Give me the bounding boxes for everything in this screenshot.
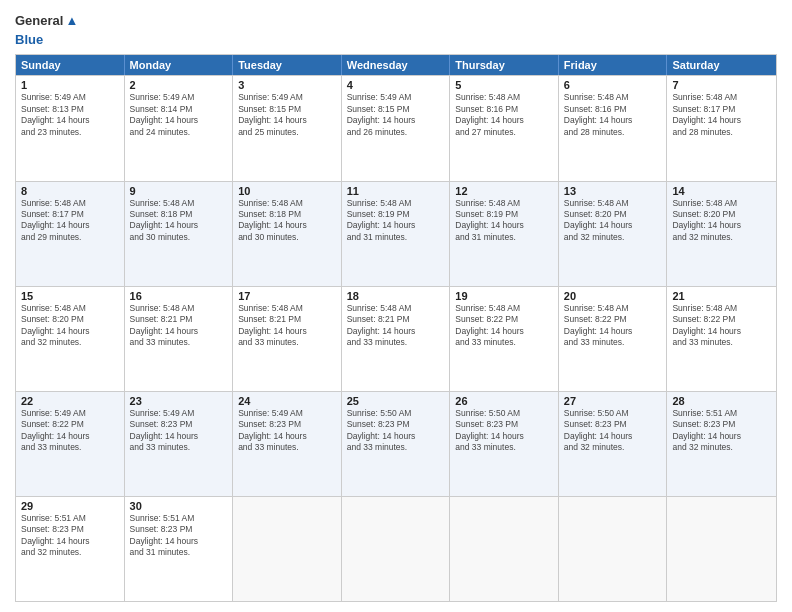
day-number: 10 [238,185,336,197]
calendar-cell-2-5: 20Sunrise: 5:48 AM Sunset: 8:22 PM Dayli… [559,287,668,391]
day-number: 8 [21,185,119,197]
calendar-row-2: 15Sunrise: 5:48 AM Sunset: 8:20 PM Dayli… [16,286,776,391]
day-number: 29 [21,500,119,512]
day-number: 6 [564,79,662,91]
day-number: 4 [347,79,445,91]
day-number: 5 [455,79,553,91]
calendar-cell-0-3: 4Sunrise: 5:49 AM Sunset: 8:15 PM Daylig… [342,76,451,180]
page: General▲ Blue SundayMondayTuesdayWednesd… [0,0,792,612]
logo-icon-triangle: ▲ [65,13,78,29]
day-info: Sunrise: 5:48 AM Sunset: 8:17 PM Dayligh… [21,198,119,244]
calendar-cell-0-6: 7Sunrise: 5:48 AM Sunset: 8:17 PM Daylig… [667,76,776,180]
day-number: 23 [130,395,228,407]
day-info: Sunrise: 5:48 AM Sunset: 8:18 PM Dayligh… [238,198,336,244]
calendar-cell-0-0: 1Sunrise: 5:49 AM Sunset: 8:13 PM Daylig… [16,76,125,180]
day-info: Sunrise: 5:50 AM Sunset: 8:23 PM Dayligh… [455,408,553,454]
logo-general: General [15,13,63,28]
day-info: Sunrise: 5:49 AM Sunset: 8:13 PM Dayligh… [21,92,119,138]
calendar-cell-0-1: 2Sunrise: 5:49 AM Sunset: 8:14 PM Daylig… [125,76,234,180]
calendar-cell-1-4: 12Sunrise: 5:48 AM Sunset: 8:19 PM Dayli… [450,182,559,286]
calendar-cell-3-6: 28Sunrise: 5:51 AM Sunset: 8:23 PM Dayli… [667,392,776,496]
day-info: Sunrise: 5:48 AM Sunset: 8:22 PM Dayligh… [672,303,771,349]
weekday-header-thursday: Thursday [450,55,559,75]
day-info: Sunrise: 5:48 AM Sunset: 8:20 PM Dayligh… [672,198,771,244]
calendar-cell-0-5: 6Sunrise: 5:48 AM Sunset: 8:16 PM Daylig… [559,76,668,180]
day-info: Sunrise: 5:49 AM Sunset: 8:15 PM Dayligh… [238,92,336,138]
weekday-header-tuesday: Tuesday [233,55,342,75]
day-number: 15 [21,290,119,302]
day-info: Sunrise: 5:49 AM Sunset: 8:15 PM Dayligh… [347,92,445,138]
calendar-cell-3-0: 22Sunrise: 5:49 AM Sunset: 8:22 PM Dayli… [16,392,125,496]
day-info: Sunrise: 5:48 AM Sunset: 8:18 PM Dayligh… [130,198,228,244]
logo: General▲ Blue [15,10,78,48]
calendar-cell-3-1: 23Sunrise: 5:49 AM Sunset: 8:23 PM Dayli… [125,392,234,496]
calendar-cell-4-1: 30Sunrise: 5:51 AM Sunset: 8:23 PM Dayli… [125,497,234,601]
day-number: 21 [672,290,771,302]
calendar-cell-3-2: 24Sunrise: 5:49 AM Sunset: 8:23 PM Dayli… [233,392,342,496]
calendar-cell-1-5: 13Sunrise: 5:48 AM Sunset: 8:20 PM Dayli… [559,182,668,286]
day-number: 25 [347,395,445,407]
calendar-header: SundayMondayTuesdayWednesdayThursdayFrid… [16,55,776,75]
weekday-header-friday: Friday [559,55,668,75]
calendar-cell-4-0: 29Sunrise: 5:51 AM Sunset: 8:23 PM Dayli… [16,497,125,601]
calendar-row-4: 29Sunrise: 5:51 AM Sunset: 8:23 PM Dayli… [16,496,776,601]
day-info: Sunrise: 5:48 AM Sunset: 8:21 PM Dayligh… [238,303,336,349]
day-info: Sunrise: 5:49 AM Sunset: 8:23 PM Dayligh… [238,408,336,454]
day-number: 11 [347,185,445,197]
day-number: 18 [347,290,445,302]
day-info: Sunrise: 5:48 AM Sunset: 8:20 PM Dayligh… [564,198,662,244]
day-info: Sunrise: 5:49 AM Sunset: 8:23 PM Dayligh… [130,408,228,454]
calendar-cell-4-3 [342,497,451,601]
day-number: 12 [455,185,553,197]
day-number: 30 [130,500,228,512]
day-info: Sunrise: 5:48 AM Sunset: 8:21 PM Dayligh… [130,303,228,349]
calendar-cell-2-6: 21Sunrise: 5:48 AM Sunset: 8:22 PM Dayli… [667,287,776,391]
day-info: Sunrise: 5:48 AM Sunset: 8:16 PM Dayligh… [564,92,662,138]
day-number: 26 [455,395,553,407]
day-number: 19 [455,290,553,302]
day-info: Sunrise: 5:51 AM Sunset: 8:23 PM Dayligh… [130,513,228,559]
day-info: Sunrise: 5:51 AM Sunset: 8:23 PM Dayligh… [672,408,771,454]
day-info: Sunrise: 5:51 AM Sunset: 8:23 PM Dayligh… [21,513,119,559]
calendar-cell-4-4 [450,497,559,601]
day-info: Sunrise: 5:48 AM Sunset: 8:19 PM Dayligh… [455,198,553,244]
day-number: 2 [130,79,228,91]
weekday-header-sunday: Sunday [16,55,125,75]
day-info: Sunrise: 5:48 AM Sunset: 8:20 PM Dayligh… [21,303,119,349]
day-number: 1 [21,79,119,91]
calendar-cell-0-4: 5Sunrise: 5:48 AM Sunset: 8:16 PM Daylig… [450,76,559,180]
day-info: Sunrise: 5:50 AM Sunset: 8:23 PM Dayligh… [347,408,445,454]
calendar-cell-2-0: 15Sunrise: 5:48 AM Sunset: 8:20 PM Dayli… [16,287,125,391]
day-number: 16 [130,290,228,302]
calendar-cell-1-2: 10Sunrise: 5:48 AM Sunset: 8:18 PM Dayli… [233,182,342,286]
calendar-body: 1Sunrise: 5:49 AM Sunset: 8:13 PM Daylig… [16,75,776,601]
day-number: 28 [672,395,771,407]
calendar-cell-4-6 [667,497,776,601]
day-number: 24 [238,395,336,407]
calendar-row-3: 22Sunrise: 5:49 AM Sunset: 8:22 PM Dayli… [16,391,776,496]
weekday-header-saturday: Saturday [667,55,776,75]
logo-blue: Blue [15,32,43,47]
calendar-row-1: 8Sunrise: 5:48 AM Sunset: 8:17 PM Daylig… [16,181,776,286]
day-number: 22 [21,395,119,407]
calendar-row-0: 1Sunrise: 5:49 AM Sunset: 8:13 PM Daylig… [16,75,776,180]
calendar-cell-1-6: 14Sunrise: 5:48 AM Sunset: 8:20 PM Dayli… [667,182,776,286]
calendar-cell-1-0: 8Sunrise: 5:48 AM Sunset: 8:17 PM Daylig… [16,182,125,286]
calendar-cell-3-4: 26Sunrise: 5:50 AM Sunset: 8:23 PM Dayli… [450,392,559,496]
day-info: Sunrise: 5:50 AM Sunset: 8:23 PM Dayligh… [564,408,662,454]
calendar-cell-2-3: 18Sunrise: 5:48 AM Sunset: 8:21 PM Dayli… [342,287,451,391]
day-info: Sunrise: 5:48 AM Sunset: 8:22 PM Dayligh… [564,303,662,349]
day-info: Sunrise: 5:48 AM Sunset: 8:16 PM Dayligh… [455,92,553,138]
day-number: 3 [238,79,336,91]
day-info: Sunrise: 5:49 AM Sunset: 8:14 PM Dayligh… [130,92,228,138]
day-number: 27 [564,395,662,407]
calendar-cell-4-2 [233,497,342,601]
calendar-cell-4-5 [559,497,668,601]
calendar: SundayMondayTuesdayWednesdayThursdayFrid… [15,54,777,602]
logo-container: General▲ Blue [15,10,78,48]
day-info: Sunrise: 5:48 AM Sunset: 8:21 PM Dayligh… [347,303,445,349]
calendar-cell-0-2: 3Sunrise: 5:49 AM Sunset: 8:15 PM Daylig… [233,76,342,180]
day-info: Sunrise: 5:48 AM Sunset: 8:17 PM Dayligh… [672,92,771,138]
day-info: Sunrise: 5:48 AM Sunset: 8:22 PM Dayligh… [455,303,553,349]
calendar-cell-1-1: 9Sunrise: 5:48 AM Sunset: 8:18 PM Daylig… [125,182,234,286]
